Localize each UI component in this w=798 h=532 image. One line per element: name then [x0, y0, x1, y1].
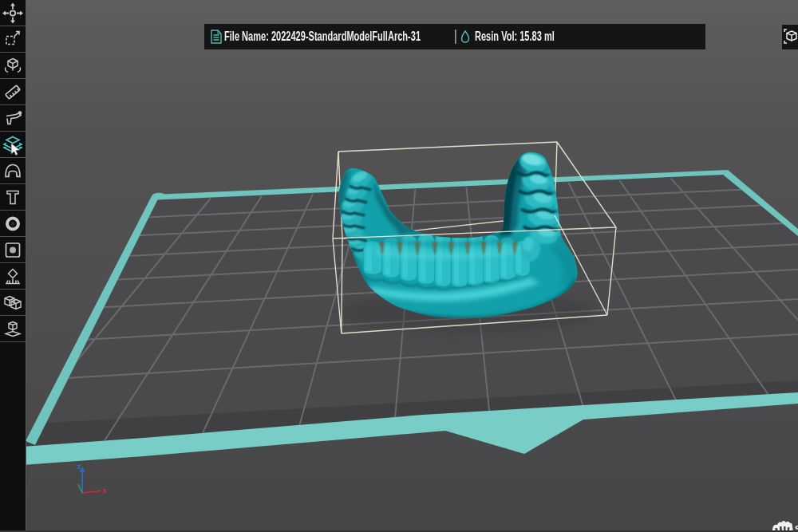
svg-text:z: z [77, 463, 81, 471]
svg-text:x: x [102, 487, 106, 495]
